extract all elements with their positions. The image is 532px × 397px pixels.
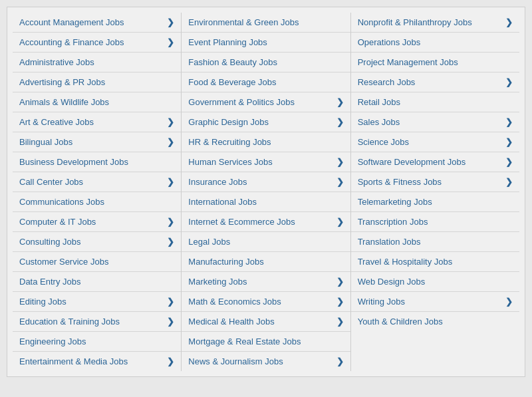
list-item[interactable]: Account Management Jobs❯ [13, 13, 181, 33]
chevron-right-icon: ❯ [167, 137, 174, 147]
job-category-label: Retail Jobs [358, 97, 400, 107]
list-item[interactable]: Environmental & Green Jobs [182, 13, 350, 33]
list-item[interactable]: Manufacturing Jobs [182, 252, 350, 272]
list-item[interactable]: Operations Jobs [351, 33, 519, 53]
job-category-label: Travel & Hospitality Jobs [358, 257, 453, 267]
chevron-right-icon: ❯ [167, 177, 174, 187]
list-item[interactable]: Software Development Jobs❯ [351, 152, 519, 172]
list-item[interactable]: Transcription Jobs [351, 212, 519, 232]
list-item[interactable]: Retail Jobs [351, 92, 519, 112]
job-category-label: Internet & Ecommerce Jobs [188, 217, 295, 227]
job-category-label: Nonprofit & Philanthropy Jobs [358, 17, 472, 27]
list-item[interactable]: Project Management Jobs [351, 53, 519, 72]
job-category-label: Sales Jobs [358, 117, 400, 127]
job-category-label: Entertainment & Media Jobs [19, 356, 128, 366]
job-category-label: Engineering Jobs [19, 336, 86, 346]
job-category-label: Bilingual Jobs [19, 137, 72, 147]
list-item[interactable]: Sports & Fitness Jobs❯ [351, 172, 519, 192]
list-item[interactable]: Data Entry Jobs [13, 272, 181, 292]
list-item[interactable]: Internet & Ecommerce Jobs❯ [182, 212, 350, 232]
chevron-right-icon: ❯ [505, 137, 513, 147]
chevron-right-icon: ❯ [167, 117, 174, 127]
chevron-right-icon: ❯ [167, 17, 174, 27]
list-item[interactable]: Engineering Jobs [13, 332, 181, 352]
chevron-right-icon: ❯ [167, 317, 174, 327]
list-item[interactable]: Writing Jobs❯ [351, 292, 519, 312]
list-item[interactable]: Translation Jobs [351, 232, 519, 252]
job-category-label: Administrative Jobs [19, 57, 94, 67]
list-item[interactable]: Food & Beverage Jobs [182, 72, 350, 92]
job-category-label: Web Design Jobs [358, 277, 426, 287]
job-category-label: Writing Jobs [358, 297, 405, 307]
job-category-label: Government & Politics Jobs [188, 97, 295, 107]
job-category-label: Environmental & Green Jobs [188, 17, 299, 27]
list-item[interactable]: Travel & Hospitality Jobs [351, 252, 519, 272]
job-category-label: HR & Recruiting Jobs [188, 137, 271, 147]
list-item[interactable]: Nonprofit & Philanthropy Jobs❯ [351, 13, 519, 33]
job-category-label: Graphic Design Jobs [188, 117, 269, 127]
list-item[interactable]: News & Journalism Jobs❯ [182, 352, 350, 371]
list-item[interactable]: Human Services Jobs❯ [182, 152, 350, 172]
chevron-right-icon: ❯ [167, 356, 174, 366]
list-item[interactable]: Entertainment & Media Jobs❯ [13, 352, 181, 371]
list-item[interactable]: Marketing Jobs❯ [182, 272, 350, 292]
list-item[interactable]: Business Development Jobs [13, 152, 181, 172]
chevron-right-icon: ❯ [167, 217, 174, 227]
list-item[interactable]: Government & Politics Jobs❯ [182, 92, 350, 112]
chevron-right-icon: ❯ [336, 177, 344, 187]
chevron-right-icon: ❯ [167, 237, 174, 247]
list-item[interactable]: Youth & Children Jobs [351, 312, 519, 331]
chevron-right-icon: ❯ [505, 17, 513, 27]
chevron-right-icon: ❯ [505, 297, 513, 307]
job-category-label: Consulting Jobs [19, 237, 81, 247]
list-item[interactable]: Editing Jobs❯ [13, 292, 181, 312]
list-item[interactable]: Accounting & Finance Jobs❯ [13, 33, 181, 53]
job-category-label: Editing Jobs [19, 297, 66, 307]
list-item[interactable]: Administrative Jobs [13, 53, 181, 72]
list-item[interactable]: Event Planning Jobs [182, 33, 350, 53]
list-item[interactable]: Customer Service Jobs [13, 252, 181, 272]
job-category-label: Call Center Jobs [19, 177, 83, 187]
list-item[interactable]: Call Center Jobs❯ [13, 172, 181, 192]
list-item[interactable]: Telemarketing Jobs [351, 192, 519, 212]
job-category-label: Art & Creative Jobs [19, 117, 94, 127]
list-item[interactable]: Advertising & PR Jobs [13, 72, 181, 92]
list-item[interactable]: Mortgage & Real Estate Jobs [182, 332, 350, 352]
column-3: Nonprofit & Philanthropy Jobs❯Operations… [351, 13, 519, 371]
list-item[interactable]: Legal Jobs [182, 232, 350, 252]
job-category-label: Translation Jobs [358, 237, 421, 247]
list-item[interactable]: Science Jobs❯ [351, 132, 519, 152]
list-item[interactable]: Consulting Jobs❯ [13, 232, 181, 252]
job-category-label: Event Planning Jobs [188, 37, 267, 47]
job-category-label: Manufacturing Jobs [188, 257, 263, 267]
list-item[interactable]: Art & Creative Jobs❯ [13, 112, 181, 132]
job-category-label: Marketing Jobs [188, 277, 247, 287]
list-item[interactable]: Medical & Health Jobs❯ [182, 312, 350, 332]
list-item[interactable]: Research Jobs❯ [351, 72, 519, 92]
chevron-right-icon: ❯ [336, 317, 344, 327]
list-item[interactable]: Communications Jobs [13, 192, 181, 212]
job-categories-container: Account Management Jobs❯Accounting & Fin… [7, 7, 525, 377]
chevron-right-icon: ❯ [167, 37, 174, 47]
list-item[interactable]: Sales Jobs❯ [351, 112, 519, 132]
job-category-label: Medical & Health Jobs [188, 317, 274, 327]
chevron-right-icon: ❯ [336, 356, 344, 366]
job-category-label: Advertising & PR Jobs [19, 77, 105, 87]
list-item[interactable]: Animals & Wildlife Jobs [13, 92, 181, 112]
list-item[interactable]: Graphic Design Jobs❯ [182, 112, 350, 132]
list-item[interactable]: Bilingual Jobs❯ [13, 132, 181, 152]
list-item[interactable]: Insurance Jobs❯ [182, 172, 350, 192]
list-item[interactable]: Math & Economics Jobs❯ [182, 292, 350, 312]
job-category-label: Insurance Jobs [188, 177, 247, 187]
list-item[interactable]: Education & Training Jobs❯ [13, 312, 181, 332]
list-item[interactable]: HR & Recruiting Jobs [182, 132, 350, 152]
job-category-label: Project Management Jobs [358, 57, 458, 67]
chevron-right-icon: ❯ [505, 157, 513, 167]
list-item[interactable]: International Jobs [182, 192, 350, 212]
job-category-label: Account Management Jobs [19, 17, 124, 27]
chevron-right-icon: ❯ [336, 297, 344, 307]
list-item[interactable]: Computer & IT Jobs❯ [13, 212, 181, 232]
list-item[interactable]: Fashion & Beauty Jobs [182, 53, 350, 72]
list-item[interactable]: Web Design Jobs [351, 272, 519, 292]
chevron-right-icon: ❯ [505, 77, 513, 87]
